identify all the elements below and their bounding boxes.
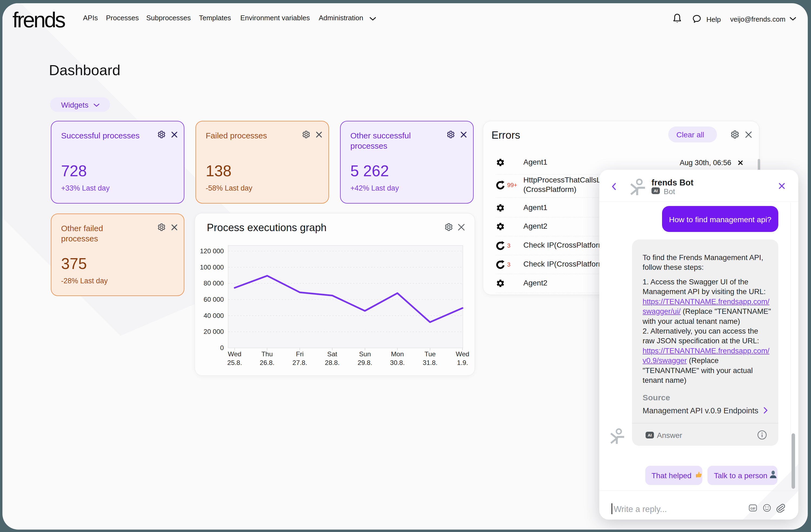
svg-text:0: 0 xyxy=(220,344,224,351)
svg-text:28.8.: 28.8. xyxy=(325,359,340,366)
svg-text:120 000: 120 000 xyxy=(200,247,224,255)
svg-text:1.9.: 1.9. xyxy=(457,359,468,366)
svg-text:80 000: 80 000 xyxy=(203,279,224,287)
svg-text:Thu: Thu xyxy=(261,350,273,358)
svg-text:26.8.: 26.8. xyxy=(260,359,275,366)
svg-text:Mon: Mon xyxy=(391,350,404,358)
svg-text:20 000: 20 000 xyxy=(203,328,224,335)
svg-text:40 000: 40 000 xyxy=(203,312,224,319)
svg-text:Fri: Fri xyxy=(296,350,304,358)
svg-text:31.8.: 31.8. xyxy=(423,359,438,366)
svg-text:25.8.: 25.8. xyxy=(227,359,242,366)
svg-text:GIF: GIF xyxy=(750,507,755,510)
svg-text:Tue: Tue xyxy=(425,350,435,358)
svg-text:Wed: Wed xyxy=(456,350,469,358)
svg-text:30.8.: 30.8. xyxy=(390,359,405,366)
svg-text:29.8.: 29.8. xyxy=(358,359,372,366)
svg-text:27.8.: 27.8. xyxy=(292,359,307,366)
svg-text:Wed: Wed xyxy=(228,350,241,358)
svg-text:100 000: 100 000 xyxy=(200,263,224,271)
svg-text:Sat: Sat xyxy=(327,350,337,358)
svg-text:Sun: Sun xyxy=(359,350,371,358)
svg-text:60 000: 60 000 xyxy=(203,296,224,303)
